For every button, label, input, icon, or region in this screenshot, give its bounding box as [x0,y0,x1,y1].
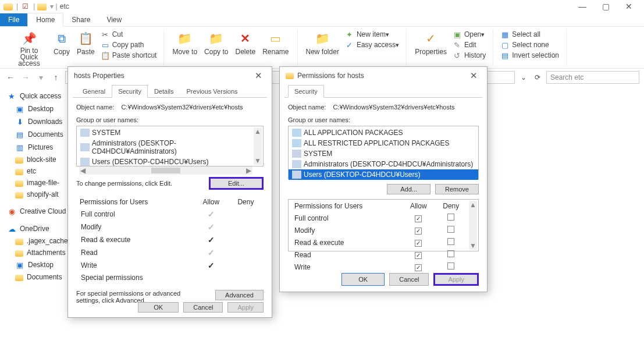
check-icon: ✓ [208,248,215,257]
copy-button[interactable]: ⧉Copy [50,29,73,57]
copy-to-button[interactable]: 📁Copy to [201,29,232,57]
forward-button[interactable]: → [20,72,31,83]
ok-button[interactable]: OK [138,302,179,313]
open-button[interactable]: ▣Open ▾ [450,29,488,40]
delete-button[interactable]: ✕Delete [232,29,259,57]
edit-button[interactable]: Edit... [209,177,264,190]
list-item: Administrators (DESKTOP-CD4HDCU¥Administ… [289,159,478,169]
maximize-button[interactable]: ▢ [594,0,617,13]
scrollbar[interactable]: ▲▼ [469,201,477,250]
easy-icon: ✓ [345,40,354,49]
back-button[interactable]: ← [5,72,16,83]
ok-button[interactable]: OK [341,273,385,286]
star-icon: ★ [7,91,16,101]
dialog-title: hosts Properties [74,72,124,80]
new-item-button[interactable]: ✦New item ▾ [343,29,401,40]
desktop-icon: ▣ [15,104,24,113]
paste-button[interactable]: 📋Paste [73,29,98,57]
history-button[interactable]: ↺History [450,50,488,61]
check-icon: ✓ [423,30,439,47]
dialog-titlebar: Permissions for hosts ✕ [280,67,487,84]
user-icon [80,129,90,137]
move-icon: 📁 [177,30,193,47]
folder-icon [37,3,47,10]
rename-button[interactable]: ▭Rename [259,29,292,57]
group-label: Group or user names: [76,116,264,123]
add-button[interactable]: Add... [387,184,430,194]
paste-shortcut-button[interactable]: 📋Paste shortcut [98,50,159,61]
close-icon[interactable]: ✕ [467,70,481,81]
copy-path-button[interactable]: ▭Copy path [98,40,159,50]
minimize-button[interactable]: — [571,0,594,13]
pin-button[interactable]: 📌Pin to Quick access [8,29,50,68]
tab-file[interactable]: File [0,13,27,26]
refresh-button[interactable]: ⟳ [531,71,544,84]
deny-header: Deny [436,201,467,211]
users-listbox[interactable]: ALL APPLICATION PACKAGES ALL RESTRICTED … [288,126,479,179]
properties-button[interactable]: ✓Properties [411,29,450,57]
path-icon: ▭ [101,40,110,49]
deny-checkbox[interactable] [447,250,454,257]
cancel-button[interactable]: Cancel [183,302,223,313]
copyto-icon: 📁 [208,30,225,47]
desktop-icon: ▣ [15,260,24,269]
allow-checkbox[interactable]: ✓ [415,215,422,222]
move-to-button[interactable]: 📁Move to [169,29,201,57]
tab-security[interactable]: Security [112,85,148,98]
scrollbar[interactable]: ▲▼ [254,127,262,165]
deny-checkbox[interactable] [447,214,454,221]
users-listbox[interactable]: SYSTEM Administrators (DESKTOP-CD4HDCU¥A… [76,126,264,166]
deny-checkbox[interactable] [447,262,454,269]
tab-general[interactable]: General [76,85,112,98]
group-label: Group or user names: [288,116,479,123]
search-input[interactable]: Search etc [546,71,639,84]
copy-icon: ⧉ [54,30,70,47]
folder-icon [15,250,23,257]
allow-checkbox[interactable]: ✓ [415,240,422,247]
close-button[interactable]: ✕ [617,0,641,13]
recent-dropdown[interactable]: ▾ [35,72,47,83]
list-item: SYSTEM [289,148,478,159]
deny-checkbox[interactable] [447,238,454,245]
apply-button[interactable]: Apply [227,302,264,313]
change-hint: To change permissions, click Edit. [76,180,172,187]
tab-home[interactable]: Home [27,13,63,27]
remove-button[interactable]: Remove [435,184,479,194]
easy-access-button[interactable]: ✓Easy access ▾ [343,40,401,50]
permissions-table: Permissions for Users Allow Deny Full co… [76,196,264,284]
edit-button[interactable]: ✎Edit [450,40,488,50]
allow-checkbox[interactable]: ✓ [415,228,422,235]
open-icon: ▣ [453,30,462,39]
address-dropdown[interactable]: ⌄ [518,73,529,81]
document-icon: ▤ [15,130,24,139]
check-icon: ✓ [208,235,215,244]
select-none-button[interactable]: ▢Select none [498,40,561,50]
tab-share[interactable]: Share [63,13,98,26]
folder-icon [15,169,23,175]
permissions-box: Permissions for Users Allow Deny Full co… [288,199,479,251]
invert-selection-button[interactable]: ▤Invert selection [498,50,561,61]
tab-previous-versions[interactable]: Previous Versions [180,85,244,98]
folder-icon [15,192,23,198]
apply-button[interactable]: Apply [433,273,479,286]
cut-button[interactable]: ✂Cut [98,29,159,40]
up-button[interactable]: ↑ [50,72,62,83]
deny-checkbox[interactable] [447,226,454,233]
dialog-tabs: Security [284,84,482,98]
dialog-tabs: General Security Details Previous Versio… [73,84,267,98]
cancel-button[interactable]: Cancel [389,273,429,286]
allow-checkbox[interactable]: ✓ [415,264,422,271]
permissions-dialog: Permissions for hosts ✕ Security Object … [279,66,488,292]
select-all-button[interactable]: ▦Select all [498,29,561,40]
allow-checkbox[interactable]: ✓ [415,252,422,259]
tab-view[interactable]: View [98,13,130,26]
advanced-button[interactable]: Advanced [215,290,264,300]
new-folder-button[interactable]: 📁New folder [303,29,343,57]
h-scrollbar[interactable]: ◀▶ [79,166,252,175]
tab-details[interactable]: Details [148,85,180,98]
close-icon[interactable]: ✕ [251,70,266,81]
dialog-titlebar: hosts Properties ✕ [68,67,272,84]
folder-icon [15,239,23,245]
properties-dialog: hosts Properties ✕ General Security Deta… [67,66,272,318]
tab-security[interactable]: Security [288,85,324,98]
